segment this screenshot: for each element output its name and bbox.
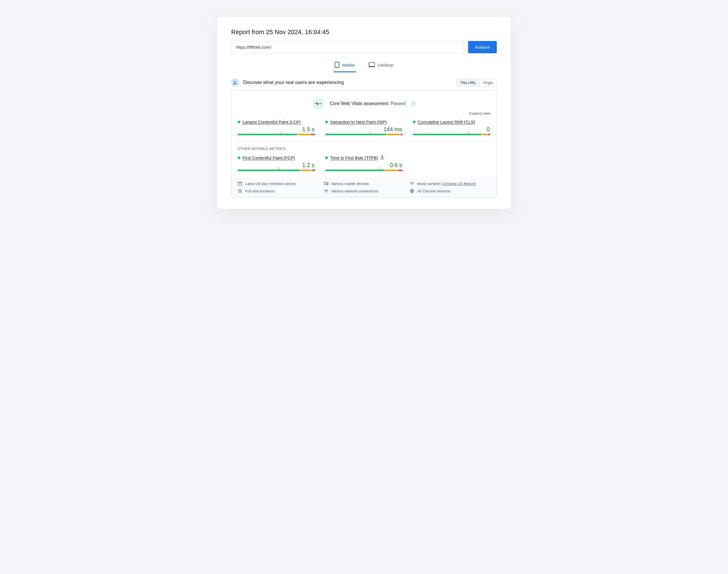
footer-period: Latest 28-day collection period	[238, 181, 318, 186]
divider	[238, 141, 490, 142]
other-metrics-label: OTHER NOTABLE METRICS	[238, 147, 490, 151]
metric-cls: Cumulative Layout Shift (CLS) 0	[413, 120, 490, 135]
other-metrics-grid: First Contentful Paint (FCP) 1.2 s Time …	[238, 155, 490, 177]
devices-icon	[324, 181, 328, 186]
analyse-button[interactable]: Analyse	[468, 41, 497, 53]
cwv-label: Core Web Vitals assessment:	[330, 101, 391, 106]
metric-ttfb-name[interactable]: Time to First Byte (TTFB)	[330, 155, 378, 160]
svg-rect-1	[336, 67, 337, 67]
vitals-panel: Core Web Vitals assessment: Passed ? Exp…	[231, 90, 497, 198]
svg-point-4	[234, 81, 235, 82]
metric-ttfb-value: 0.6 s	[325, 162, 403, 168]
metric-fcp-name[interactable]: First Contentful Paint (FCP)	[242, 155, 295, 160]
wifi-icon	[324, 189, 328, 193]
svg-point-7	[321, 103, 322, 104]
svg-rect-10	[327, 183, 328, 185]
marker-icon	[369, 131, 371, 134]
crux-link[interactable]: Chrome UX Report	[443, 181, 475, 186]
metric-ttfb-distribution	[325, 170, 403, 171]
tab-desktop-label: Desktop	[378, 63, 393, 68]
mobile-icon	[335, 62, 339, 68]
footer-devices-text: Various mobile devices	[331, 181, 369, 186]
svg-point-15	[326, 192, 326, 193]
cwv-metrics-grid: Largest Contentful Paint (LCP) 1.5 s Int…	[238, 120, 490, 141]
footer-samples: Many samples (Chrome UX Report)	[410, 181, 490, 186]
metric-lcp: Largest Contentful Paint (LCP) 1.5 s	[238, 120, 315, 135]
footer-connections: Various network connections	[324, 189, 404, 193]
tab-mobile-label: Mobile	[342, 63, 355, 68]
tab-desktop[interactable]: Desktop	[367, 59, 395, 72]
cwv-header: Core Web Vitals assessment: Passed ?	[238, 97, 490, 110]
svg-point-13	[412, 184, 413, 185]
url-row: Analyse	[231, 41, 497, 53]
footer-durations-text: Full visit durations	[245, 189, 275, 193]
desktop-icon	[369, 62, 375, 68]
svg-rect-3	[369, 67, 375, 67]
footer-period-text: Latest 28-day collection period	[245, 181, 295, 186]
status-dot-good	[325, 121, 328, 123]
pulse-icon	[313, 97, 324, 110]
url-input[interactable]	[231, 41, 463, 53]
expand-view-link[interactable]: Expand view	[238, 111, 490, 116]
svg-rect-2	[369, 63, 374, 66]
report-card: Report from 25 Nov 2024, 16:04:45 Analys…	[218, 17, 510, 209]
discover-row: Discover what your real users are experi…	[231, 79, 497, 86]
footer-devices: Various mobile devices	[324, 181, 404, 186]
discover-heading: Discover what your real users are experi…	[243, 80, 344, 85]
status-dot-good	[238, 121, 240, 123]
help-icon[interactable]: ?	[411, 101, 415, 106]
cwv-status: Passed	[391, 101, 406, 106]
flask-icon	[380, 155, 384, 160]
footer-durations: Full visit durations	[238, 189, 318, 193]
svg-point-12	[412, 182, 413, 183]
metric-cls-distribution	[413, 134, 490, 135]
samples-icon	[410, 181, 414, 186]
status-dot-good	[325, 157, 328, 159]
metric-inp: Interaction to Next Paint (INP) 144 ms	[325, 120, 403, 135]
metric-ttfb: Time to First Byte (TTFB) 0.6 s	[325, 155, 403, 171]
marker-icon	[278, 167, 280, 170]
marker-icon	[467, 131, 470, 134]
collection-footer: Latest 28-day collection period Various …	[231, 177, 497, 197]
svg-point-6	[320, 103, 321, 104]
metric-fcp: First Contentful Paint (FCP) 1.2 s	[238, 155, 315, 171]
users-icon	[231, 79, 239, 86]
footer-samples-text: Many samples (Chrome UX Report)	[417, 181, 476, 186]
metric-inp-value: 144 ms	[325, 126, 403, 133]
footer-connections-text: Various network connections	[331, 189, 378, 193]
chrome-icon	[410, 189, 414, 193]
metric-cls-value: 0	[413, 126, 490, 133]
footer-versions: All Chrome versions	[410, 189, 490, 193]
status-dot-good	[413, 121, 415, 123]
cwv-text: Core Web Vitals assessment: Passed	[330, 101, 406, 106]
scope-toggle: This URL Origin	[456, 79, 497, 86]
svg-rect-9	[324, 182, 327, 184]
svg-rect-8	[238, 182, 242, 185]
svg-point-5	[235, 81, 237, 83]
report-title: Report from 25 Nov 2024, 16:04:45	[231, 29, 497, 36]
svg-point-11	[411, 182, 412, 183]
device-tabs: Mobile Desktop	[231, 59, 497, 72]
calendar-icon	[238, 181, 242, 186]
marker-icon	[280, 131, 282, 134]
metric-inp-name[interactable]: Interaction to Next Paint (INP)	[330, 120, 387, 124]
clock-icon	[238, 189, 242, 193]
metric-fcp-value: 1.2 s	[238, 162, 315, 168]
footer-versions-text: All Chrome versions	[417, 189, 450, 193]
metric-inp-distribution	[325, 134, 403, 135]
status-dot-good	[238, 157, 240, 159]
metric-fcp-distribution	[238, 170, 315, 171]
metric-lcp-value: 1.5 s	[238, 126, 315, 133]
metric-lcp-name[interactable]: Largest Contentful Paint (LCP)	[242, 120, 301, 124]
marker-icon	[378, 167, 380, 170]
metric-cls-name[interactable]: Cumulative Layout Shift (CLS)	[418, 120, 475, 124]
scope-this-url[interactable]: This URL	[457, 79, 480, 86]
tab-mobile[interactable]: Mobile	[333, 59, 356, 72]
scope-origin[interactable]: Origin	[479, 79, 497, 86]
metric-lcp-distribution	[238, 134, 315, 135]
